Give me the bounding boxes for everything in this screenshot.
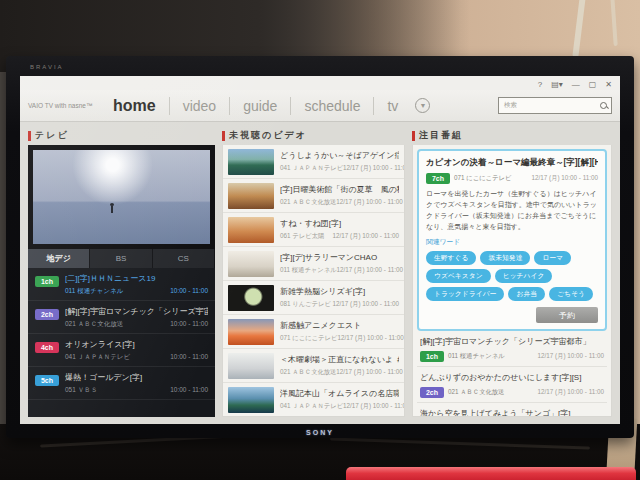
channel-badge: 1ch (420, 351, 444, 362)
video-title: 新感触アニメクエスト (280, 320, 399, 331)
featured-meta: 2ch 021 ＡＢＣ文化放送 12/17 (月) 10:00 - 11:00 (420, 387, 604, 398)
keyword-chip[interactable]: 坂未知発達 (480, 251, 530, 265)
featured-panel-title: 注目番組 (419, 129, 463, 142)
tuner-tab-terrestrial[interactable]: 地デジ (28, 249, 90, 268)
featured-card[interactable]: カピオンの決着～ローマ編最終章～[字][解][HV] 7ch 071 にこにこテ… (417, 149, 607, 331)
channel-info: [二][字]ＨＨＮニュース19 011 桜通チャンネル 10:00 - 11:0… (65, 273, 208, 296)
channel-badge: 4ch (35, 342, 59, 353)
video-thumbnail (228, 319, 274, 345)
station-name: 021 ＡＢＣ文化放送 (280, 198, 336, 207)
video-info: すね・すね団[字] 061 テレビ太陽 12/17 (月) 10:00 - 11… (280, 218, 399, 241)
tab-video[interactable]: video (169, 97, 229, 115)
featured-item[interactable]: 海から空を見上げてみよう「サンゴ」[字] 7ch 071 にこにこテレビ 12/… (417, 403, 607, 417)
search-icon[interactable] (600, 102, 608, 110)
featured-panel-header: 注目番組 (412, 129, 612, 142)
video-title: 洋風記本山「オムライスの名店職人の詳細 (280, 388, 399, 399)
channel-row[interactable]: 5ch 爆熱！ゴールデン[字] 051 ＶＢＳ 10:00 - 11:00 (28, 367, 215, 400)
station-name: 011 桜通チャンネル (448, 352, 505, 361)
video-meta: 081 りんごテレビ 12/17 (月) 10:00 - 11:00 (280, 300, 399, 309)
keyword-chip[interactable]: トラックドライバー (426, 287, 504, 301)
close-button[interactable]: ✕ (605, 81, 612, 89)
display-menu-icon[interactable]: ▤▾ (551, 81, 563, 89)
video-info: [字]日曜美術館「街の夏草 風の秋草～坂 021 ＡＢＣ文化放送 12/17 (… (280, 184, 399, 207)
program-datetime: 12/17 (月) 10:00 - 11:00 (532, 174, 598, 183)
channel-badge: 2ch (35, 309, 59, 320)
reserve-button[interactable]: 予約 (536, 307, 598, 323)
photo-scene: BRAVIA SONY ? ▤▾ — ▢ ✕ VAIO TV with nasn… (0, 0, 640, 480)
bravia-brand-label: BRAVIA (30, 64, 64, 70)
keyword-chip[interactable]: ごちそう (549, 287, 593, 301)
keyword-chip[interactable]: ローマ (534, 251, 571, 265)
keyword-chip[interactable]: 生野すぐる (426, 251, 476, 265)
live-video-frame (33, 150, 210, 244)
keyword-chip[interactable]: ウズベキスタン (426, 269, 491, 283)
featured-item[interactable]: どんぶりずのおやかたのせいにします[字][S] 2ch 021 ＡＢＣ文化放送 … (417, 367, 607, 403)
tab-guide[interactable]: guide (229, 97, 290, 115)
video-item[interactable]: 新雑学熱脳シリズギ[字] 081 りんごテレビ 12/17 (月) 10:00 … (223, 281, 404, 315)
program-datetime: 12/17 (月) 10:00 - 11:00 (538, 388, 604, 397)
channel-info: 爆熱！ゴールデン[字] 051 ＶＢＳ 10:00 - 11:00 (65, 372, 208, 395)
program-description: ローマを出発したカーサ（生野すぐる）はヒッチハイクでウズベキスタンを目指す。途中… (426, 189, 598, 232)
live-video-player[interactable] (28, 145, 215, 249)
help-icon[interactable]: ? (538, 81, 542, 89)
tv-bezel: BRAVIA SONY ? ▤▾ — ▢ ✕ VAIO TV with nasn… (6, 56, 634, 438)
tab-schedule[interactable]: schedule (290, 97, 373, 115)
station-name: 011 桜通チャンネル (65, 287, 123, 296)
video-title: どうしようかい～そばアゲイン症候群～ (280, 150, 399, 161)
station-name: 061 テレビ太陽 (280, 232, 324, 241)
tab-tv[interactable]: tv (373, 97, 411, 115)
featured-item[interactable]: [解][字]宇宙ロマンチック「シリーズ宇宙都市」 1ch 011 桜通チャンネル… (417, 331, 607, 367)
station-name: 071 にこにこテレビ (280, 334, 337, 343)
video-datetime: 12/17 (月) 10:00 - 11:00 (337, 266, 403, 275)
program-title: [解][字]宇宙ロマンチック「シリーズ宇宙都市」 (65, 306, 208, 317)
tv-panel-header: テレビ (28, 129, 215, 142)
section-accent-bar (412, 131, 415, 141)
minimize-button[interactable]: — (572, 81, 580, 89)
video-item[interactable]: [字]日曜美術館「街の夏草 風の秋草～坂 021 ＡＢＣ文化放送 12/17 (… (223, 179, 404, 213)
featured-meta: 7ch 071 にこにこテレビ 12/17 (月) 10:00 - 11:00 (426, 173, 598, 184)
channel-row[interactable]: 2ch [解][字]宇宙ロマンチック「シリーズ宇宙都市」 021 ＡＢＣ文化放送… (28, 301, 215, 334)
video-item[interactable]: すね・すね団[字] 061 テレビ太陽 12/17 (月) 10:00 - 11… (223, 213, 404, 247)
keyword-chips: 生野すぐる 坂未知発達 ローマ ウズベキスタン ヒッチハイク トラックドライバー… (426, 251, 598, 301)
station-name: 071 にこにこテレビ (454, 174, 511, 183)
keyword-chip[interactable]: お弁当 (508, 287, 545, 301)
program-title: オリオンライス[字] (65, 339, 208, 350)
video-item[interactable]: [字][デ]サラリーマンCHAO 011 桜通チャンネル 12/17 (月) 1… (223, 247, 404, 281)
maximize-button[interactable]: ▢ (589, 81, 597, 89)
video-title: ＜木曜劇場＞正直になれないよ ＃０６ (280, 354, 399, 365)
channel-meta: 041 ＪＡＰＡＮテレビ 10:00 - 11:00 (65, 353, 208, 362)
search-box[interactable]: 検索 (498, 97, 612, 114)
channel-row[interactable]: 1ch [二][字]ＨＨＮニュース19 011 桜通チャンネル 10:00 - … (28, 268, 215, 301)
tab-home[interactable]: home (100, 97, 169, 115)
chevron-down-icon[interactable]: ▼ (415, 98, 430, 113)
video-meta: 011 桜通チャンネル 12/17 (月) 10:00 - 11:00 (280, 266, 399, 275)
video-item[interactable]: 新感触アニメクエスト 071 にこにこテレビ 12/17 (月) 10:00 -… (223, 315, 404, 349)
section-accent-bar (28, 131, 31, 141)
featured-meta: 1ch 011 桜通チャンネル 12/17 (月) 10:00 - 11:00 (420, 351, 604, 362)
video-meta: 071 にこにこテレビ 12/17 (月) 10:00 - 11:00 (280, 334, 399, 343)
station-name: 041 ＪＡＰＡＮテレビ (280, 164, 343, 173)
channel-meta: 021 ＡＢＣ文化放送 10:00 - 11:00 (65, 320, 208, 329)
video-item[interactable]: ＜木曜劇場＞正直になれないよ ＃０６ 021 ＡＢＣ文化放送 12/17 (月)… (223, 349, 404, 383)
tuner-tab-cs[interactable]: CS (153, 249, 215, 268)
program-title: [二][字]ＨＨＮニュース19 (65, 273, 208, 284)
video-item[interactable]: どうしようかい～そばアゲイン症候群～ 041 ＪＡＰＡＮテレビ 12/17 (月… (223, 145, 404, 179)
video-info: どうしようかい～そばアゲイン症候群～ 041 ＪＡＰＡＮテレビ 12/17 (月… (280, 150, 399, 173)
video-info: 洋風記本山「オムライスの名店職人の詳細 041 ＪＡＰＡＮテレビ 12/17 (… (280, 388, 399, 411)
nav-tabs: home video guide schedule tv (100, 90, 411, 121)
tuner-tab-bs[interactable]: BS (90, 249, 152, 268)
station-name: 081 りんごテレビ (280, 300, 331, 309)
channel-meta: 011 桜通チャンネル 10:00 - 11:00 (65, 287, 208, 296)
program-datetime: 12/17 (月) 10:00 - 11:00 (538, 352, 604, 361)
program-time: 10:00 - 11:00 (170, 386, 208, 395)
keyword-chip[interactable]: ヒッチハイク (495, 269, 553, 283)
video-datetime: 12/17 (月) 10:00 - 11:00 (337, 334, 403, 343)
video-thumbnail (228, 387, 274, 413)
search-input[interactable]: 検索 (504, 101, 600, 110)
video-thumbnail (228, 251, 274, 277)
channel-row[interactable]: 4ch オリオンライス[字] 041 ＪＡＰＡＮテレビ 10:00 - 11:0… (28, 334, 215, 367)
video-meta: 061 テレビ太陽 12/17 (月) 10:00 - 11:00 (280, 232, 399, 241)
wall-cable (610, 0, 617, 46)
video-list: どうしようかい～そばアゲイン症候群～ 041 ＪＡＰＡＮテレビ 12/17 (月… (222, 145, 405, 417)
video-item[interactable]: 洋風記本山「オムライスの名店職人の詳細 041 ＪＡＰＡＮテレビ 12/17 (… (223, 383, 404, 417)
